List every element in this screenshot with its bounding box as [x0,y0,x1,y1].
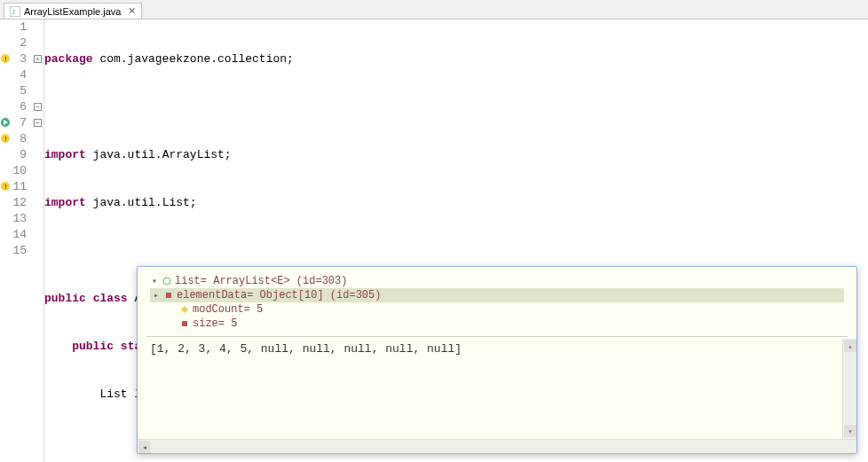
popup-divider [146,336,848,337]
scroll-left-icon[interactable]: ◂ [138,441,151,453]
warning-icon: ! [0,53,11,64]
fold-column: + − − [32,20,44,462]
popup-horizontal-scrollbar[interactable]: ◂ [138,439,856,453]
circle-icon [162,277,171,286]
warning-icon: ! [0,133,11,144]
run-icon [0,117,11,128]
tree-node-size[interactable]: size= 5 [150,317,844,331]
tree-node-label: modCount= 5 [193,303,263,316]
diamond-icon [180,305,189,314]
warning-icon: ! [0,181,11,192]
svg-point-13 [163,278,170,285]
square-icon [180,319,189,328]
square-icon [164,291,173,300]
tree-node-label: list= ArrayList<E> (id=303) [175,275,347,287]
tree-node-elementdata[interactable]: ▸ elementData= Object[10] (id=305) [150,288,844,302]
svg-rect-14 [166,293,171,298]
svg-rect-16 [182,321,187,326]
editor-tab-bar: J ArrayListExample.java ✕ [0,0,868,20]
popup-vertical-scrollbar[interactable]: ▴ ▾ [842,339,856,439]
expand-toggle-icon[interactable]: ▾ [150,276,159,286]
svg-text:!: ! [4,55,8,63]
fold-toggle-icon[interactable]: − [34,119,42,127]
svg-marker-15 [181,306,188,313]
debug-hover-popup: ▾ list= ArrayList<E> (id=303) ▸ elementD… [137,266,857,454]
editor-tab[interactable]: J ArrayListExample.java ✕ [4,3,142,19]
scroll-down-icon[interactable]: ▾ [844,425,856,437]
tree-node-label: size= 5 [193,317,237,330]
svg-text:!: ! [4,183,8,191]
svg-text:!: ! [4,135,8,143]
editor-tab-label: ArrayListExample.java [24,6,121,17]
close-icon[interactable]: ✕ [124,5,136,17]
java-file-icon: J [10,6,20,17]
popup-output-text: [1, 2, 3, 4, 5, null, null, null, null, … [150,342,462,356]
variable-tree[interactable]: ▾ list= ArrayList<E> (id=303) ▸ elementD… [138,267,856,334]
fold-toggle-icon[interactable]: + [34,55,42,63]
scroll-up-icon[interactable]: ▴ [844,340,856,352]
expand-toggle-icon[interactable]: ▸ [152,290,161,301]
tree-node-list[interactable]: ▾ list= ArrayList<E> (id=303) [150,274,844,288]
tree-node-modcount[interactable]: modCount= 5 [150,302,844,317]
popup-output-area: [1, 2, 3, 4, 5, null, null, null, null, … [138,339,856,453]
fold-toggle-icon[interactable]: − [34,103,42,111]
svg-text:J: J [12,8,15,16]
tree-node-label: elementData= Object[10] (id=305) [177,289,381,301]
line-number-gutter: 1 2 !3 4 5 6 7 !8 9 10 !11 12 13 14 15 [0,20,32,462]
